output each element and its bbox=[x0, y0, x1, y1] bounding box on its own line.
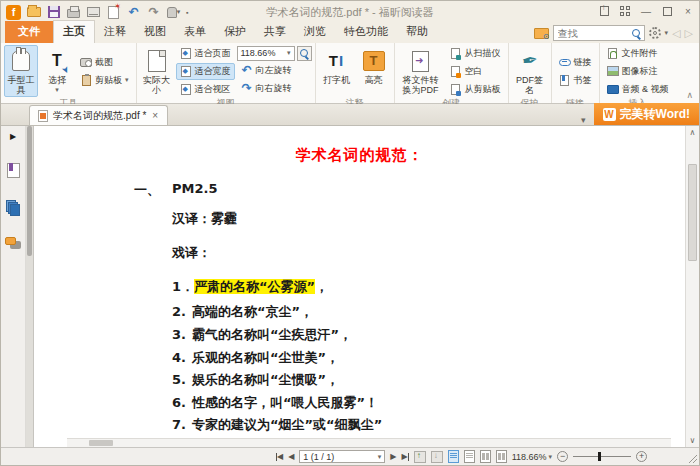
tab-share[interactable]: 共享 bbox=[255, 21, 295, 43]
hand-tool-quick-button[interactable]: ▾ bbox=[166, 5, 181, 20]
zoom-level-dropdown[interactable]: 118.66% ▾ bbox=[237, 46, 295, 61]
history-forward-icon[interactable]: ▷ bbox=[685, 27, 693, 40]
previous-view-button[interactable] bbox=[414, 451, 426, 463]
pages-panel-icon[interactable] bbox=[6, 200, 20, 215]
fit-page-button[interactable]: 适合页面 bbox=[176, 45, 235, 62]
tab-list-dropdown[interactable]: ▾ bbox=[573, 115, 594, 125]
minimize-button[interactable]: — bbox=[639, 4, 653, 18]
rotate-left-button[interactable]: ↶ 向左旋转 bbox=[237, 62, 312, 79]
continuous-layout-button[interactable] bbox=[464, 450, 475, 463]
tab-features[interactable]: 特色功能 bbox=[335, 21, 397, 43]
continuous-facing-layout-button[interactable] bbox=[496, 450, 507, 463]
save-button[interactable] bbox=[46, 5, 61, 20]
bookmark-button[interactable]: 书签 bbox=[555, 72, 596, 89]
link-button[interactable]: 链接 bbox=[555, 54, 596, 71]
customize-toolbar-button[interactable]: ▪ bbox=[186, 9, 188, 16]
email-button[interactable] bbox=[86, 5, 101, 20]
vertical-scrollbar[interactable]: ∧ ∨ bbox=[685, 126, 699, 447]
typewriter-button[interactable]: TI 打字机 bbox=[319, 45, 355, 97]
last-page-button[interactable]: ▶ bbox=[401, 452, 408, 461]
document-tab[interactable]: 学术名词的规范.pdf * × bbox=[29, 105, 168, 125]
folder-search-icon[interactable] bbox=[534, 28, 549, 39]
collapse-ribbon-button[interactable]: ∧ bbox=[686, 90, 693, 100]
zoom-out-button[interactable]: − bbox=[557, 451, 568, 462]
gear-icon[interactable] bbox=[649, 27, 661, 39]
horizontal-scrollbar[interactable] bbox=[67, 438, 671, 447]
audio-video-button[interactable]: 音频 & 视频 bbox=[603, 81, 673, 98]
sidebar-expand-icon[interactable]: ▶ bbox=[10, 132, 16, 141]
file-attachment-button[interactable]: 文件附件 bbox=[603, 45, 673, 62]
print-button[interactable] bbox=[66, 5, 81, 20]
share-button[interactable] bbox=[597, 4, 611, 18]
status-zoom-text: 118.66% bbox=[512, 452, 547, 462]
splitter-thumb[interactable] bbox=[27, 126, 32, 256]
search-input[interactable] bbox=[558, 28, 631, 39]
highlight-button[interactable]: T 高亮 bbox=[357, 45, 391, 97]
single-page-layout-button[interactable] bbox=[448, 450, 459, 463]
pdf-sign-label: PDF签名 bbox=[513, 75, 547, 95]
share-icon bbox=[600, 6, 609, 16]
document-view[interactable]: 学术名词的规范： 一、 PM2.5 汉译：雾霾 戏译： 1．严肃的名称“公雾源”… bbox=[34, 126, 685, 447]
foxit-logo-icon[interactable]: f bbox=[6, 5, 21, 20]
select-tool-button[interactable]: T 选择 ▾ bbox=[40, 45, 74, 97]
scroll-up-icon[interactable]: ∧ bbox=[686, 128, 699, 137]
convert-to-pdf-button[interactable]: 将文件转换为PDF bbox=[398, 45, 444, 97]
facing-layout-button[interactable] bbox=[480, 450, 491, 463]
marquee-zoom-button[interactable] bbox=[297, 46, 312, 61]
actual-size-button[interactable]: 实际大小 bbox=[140, 45, 174, 97]
page-number-box[interactable]: 1 (1 / 1) ▾ bbox=[299, 450, 385, 463]
redo-button[interactable]: ↷ bbox=[146, 5, 161, 20]
image-annotation-button[interactable]: 图像标注 bbox=[603, 63, 673, 80]
ribbon-group-protect: ✒ PDF签名 保护 bbox=[509, 43, 552, 103]
open-file-button[interactable] bbox=[26, 5, 41, 20]
horizontal-scrollbar-thumb[interactable] bbox=[89, 440, 113, 446]
tab-browse[interactable]: 浏览 bbox=[295, 21, 335, 43]
convert-to-word-button[interactable]: W 完美转Word! bbox=[594, 103, 699, 125]
tab-file[interactable]: 文件 bbox=[5, 21, 53, 43]
resize-grip[interactable] bbox=[687, 453, 697, 463]
zoom-in-button[interactable]: + bbox=[636, 451, 647, 462]
from-clipboard-button[interactable]: 从剪贴板 bbox=[446, 81, 505, 98]
sidebar-splitter[interactable] bbox=[26, 126, 34, 447]
bookmarks-panel-icon[interactable] bbox=[7, 163, 20, 178]
pdf-sign-button[interactable]: ✒ PDF签名 bbox=[512, 45, 548, 97]
comments-panel-icon[interactable] bbox=[5, 237, 21, 251]
layout-switch-button[interactable] bbox=[618, 4, 632, 18]
rotate-right-button[interactable]: ↷ 向右旋转 bbox=[237, 80, 312, 97]
fit-width-button[interactable]: 适合宽度 bbox=[176, 63, 235, 80]
document-tab-close-icon[interactable]: × bbox=[151, 110, 159, 121]
zoom-slider-thumb[interactable] bbox=[598, 452, 601, 461]
from-scanner-button[interactable]: 从扫描仪 bbox=[446, 45, 505, 62]
gear-dropdown-caret[interactable]: ▾ bbox=[665, 29, 669, 37]
clipboard-button[interactable]: 剪贴板 ▾ bbox=[76, 72, 133, 89]
scroll-down-icon[interactable]: ∨ bbox=[686, 436, 699, 445]
maximize-button[interactable] bbox=[660, 4, 674, 18]
tab-form[interactable]: 表单 bbox=[175, 21, 215, 43]
previous-page-button[interactable]: ◀ bbox=[288, 452, 294, 461]
vertical-scrollbar-thumb[interactable] bbox=[688, 164, 697, 261]
tab-help[interactable]: 帮助 bbox=[397, 21, 437, 43]
history-back-icon[interactable]: ◁ bbox=[672, 27, 680, 40]
next-view-button[interactable] bbox=[431, 451, 443, 463]
snapshot-button[interactable]: 截图 bbox=[76, 54, 133, 71]
tab-home[interactable]: 主页 bbox=[53, 20, 95, 43]
status-zoom-value[interactable]: 118.66% ▾ bbox=[512, 452, 552, 462]
undo-button[interactable]: ↶ bbox=[126, 5, 141, 20]
zoom-slider[interactable] bbox=[573, 456, 631, 457]
from-clipboard-label: 从剪贴板 bbox=[465, 83, 501, 96]
tab-protect[interactable]: 保护 bbox=[215, 21, 255, 43]
close-button[interactable]: × bbox=[681, 4, 695, 18]
zoom-level-value: 118.66% bbox=[241, 48, 276, 58]
hand-tool-button[interactable]: 手型工具 bbox=[4, 45, 38, 97]
image-annotation-label: 图像标注 bbox=[622, 65, 658, 78]
blank-pdf-button[interactable]: 空白 bbox=[446, 63, 505, 80]
search-icon[interactable] bbox=[631, 28, 642, 39]
tab-view[interactable]: 视图 bbox=[135, 21, 175, 43]
next-page-button[interactable]: ▶ bbox=[390, 452, 396, 461]
from-scanner-label: 从扫描仪 bbox=[465, 47, 501, 60]
tab-comment[interactable]: 注释 bbox=[95, 21, 135, 43]
first-page-button[interactable]: ◀ bbox=[276, 452, 283, 461]
fit-visible-button[interactable]: 适合视区 bbox=[176, 81, 235, 98]
create-pdf-button[interactable] bbox=[106, 5, 121, 20]
doc-list-item-5: 5.娱乐的名称叫“尘惯吸”， bbox=[172, 371, 339, 389]
